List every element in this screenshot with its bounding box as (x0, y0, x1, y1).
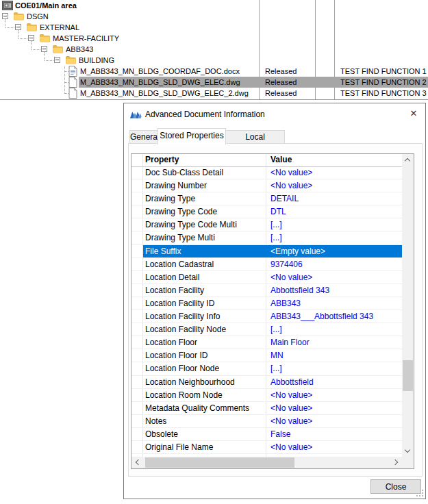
property-name: File Suffix (145, 245, 181, 257)
folder-icon (53, 45, 63, 53)
document-status: Released (265, 77, 297, 88)
property-value: [...] (270, 362, 282, 375)
property-row[interactable]: Original File Name <No value> (131, 441, 402, 454)
document-row[interactable]: M_ABB343_MN_BLDG_SLD_DWG_ELEC_2.dwg Rele… (0, 88, 428, 99)
vertical-scrollbar[interactable] (402, 154, 414, 457)
collapse-expander-icon[interactable] (2, 13, 8, 19)
stored-properties-panel: Property Value Doc Sub-Class Detail <No … (128, 143, 423, 477)
tree-row-folder[interactable]: DSGN (0, 11, 428, 22)
document-name: M_ABB343_MN_BLDG_SLD_DWG_ELEC_2.dwg (80, 88, 249, 99)
property-value: Main Floor (270, 336, 310, 349)
property-name: Location Floor ID (145, 349, 207, 362)
property-row[interactable]: Metadata Quality Comments <No value> (131, 402, 402, 415)
property-row[interactable]: Location Floor ID MN (131, 349, 402, 362)
close-button[interactable]: Close (370, 479, 421, 494)
property-row[interactable]: Location Room Node <No value> (131, 389, 402, 402)
property-row[interactable]: Notes <No value> (131, 415, 402, 428)
vault-icon (2, 1, 13, 10)
scrollbar-corner (402, 457, 414, 468)
collapse-expander-icon[interactable] (54, 57, 60, 63)
tree-folder-label: EXTERNAL (40, 22, 79, 33)
document-name: M_ABB343_MN_BLDG_SLD_DWG_ELEC.dwg (80, 77, 240, 88)
property-row[interactable]: Location Facility Abbottsfield 343 (131, 284, 402, 297)
property-value: <No value> (270, 389, 312, 401)
chevron-down-icon (405, 447, 410, 453)
property-row[interactable]: Drawing Number <No value> (131, 179, 402, 192)
property-name: Drawing Type Multi (145, 231, 215, 244)
scroll-down-button[interactable] (402, 445, 414, 457)
property-row[interactable]: Location Neighbourhood Abbottsfield (131, 376, 402, 389)
scroll-up-button[interactable] (402, 154, 414, 166)
column-header-property[interactable]: Property (145, 154, 179, 166)
property-row[interactable]: Location Detail <No value> (131, 271, 402, 284)
property-row[interactable]: File Suffix <Empty value> (131, 245, 402, 258)
grid-header: Property Value (131, 154, 402, 167)
tab-general[interactable]: General (129, 130, 158, 144)
folder-icon (40, 34, 50, 42)
tree-folder-label: MASTER-FACILITY (53, 33, 119, 44)
vertical-scrollbar-thumb[interactable] (403, 360, 413, 391)
chevron-right-icon (392, 459, 398, 465)
property-row[interactable]: Location Cadastral 9374406 (131, 258, 402, 271)
property-name: Drawing Type Code (145, 205, 217, 218)
tree-row-folder[interactable]: MASTER-FACILITY (0, 33, 428, 44)
property-row[interactable]: Location Facility ID ABB343 (131, 297, 402, 310)
column-header-value[interactable]: Value (270, 154, 292, 166)
horizontal-scrollbar[interactable] (131, 457, 402, 468)
close-icon[interactable]: ✕ (402, 103, 425, 124)
property-value: [...] (270, 218, 282, 231)
tab-local-workspace[interactable]: Local Workspace (225, 130, 285, 144)
collapse-expander-icon[interactable] (28, 35, 34, 41)
property-row[interactable]: Obsolete False (131, 428, 402, 441)
property-name: Notes (145, 415, 166, 427)
document-status: Released (265, 66, 297, 77)
property-name: Original File Name (145, 441, 213, 453)
scroll-right-button[interactable] (390, 457, 402, 468)
property-row[interactable]: Drawing Type Multi [...] (131, 231, 402, 244)
property-value: DTL (270, 205, 286, 218)
tree-folder-label: BUILDING (79, 55, 114, 66)
property-row[interactable]: Drawing Type DETAIL (131, 192, 402, 205)
tree-row-folder[interactable]: EXTERNAL (0, 22, 428, 33)
property-name: Location Facility (145, 284, 204, 297)
property-name: Location Facility Info (145, 310, 220, 323)
property-value: [...] (270, 323, 282, 336)
horizontal-scrollbar-thumb[interactable] (145, 457, 294, 468)
document-find-label: TEST FIND FUNCTION 2 (340, 77, 427, 88)
property-name: Drawing Number (145, 179, 207, 192)
document-find-label: TEST FIND FUNCTION 1 (340, 66, 427, 77)
scroll-left-button[interactable] (131, 457, 143, 468)
dwg-document-icon (68, 88, 77, 99)
property-value: <No value> (270, 402, 312, 414)
dwg-document-icon (68, 77, 77, 88)
property-row[interactable]: Doc Sub-Class Detail <No value> (131, 166, 402, 179)
word-document-icon (68, 66, 77, 77)
property-row[interactable]: Drawing Type Code Multi [...] (131, 218, 402, 231)
tab-stored-properties[interactable]: Stored Properties (158, 128, 226, 144)
property-name: Doc Sub-Class Detail (145, 166, 223, 179)
property-name: Location Facility Node (145, 323, 226, 336)
property-row[interactable]: Location Floor Main Floor (131, 336, 402, 349)
dialog-titlebar[interactable]: Advanced Document Information ✕ (124, 103, 425, 127)
property-value: 9374406 (270, 258, 303, 270)
property-row[interactable]: Drawing Type Code DTL (131, 205, 402, 218)
document-status: Released (265, 88, 297, 99)
resize-grip[interactable] (416, 490, 423, 496)
property-row[interactable]: Location Floor Node [...] (131, 362, 402, 375)
document-row-selected[interactable]: M_ABB343_MN_BLDG_SLD_DWG_ELEC.dwg Releas… (0, 77, 428, 88)
property-value: Abbottsfield (270, 376, 314, 388)
tree-folder-label: ABB343 (66, 44, 93, 55)
property-value: ABB343___Abbottsfield 343 (270, 310, 373, 323)
tree-row-root[interactable]: COE01/Main area (0, 0, 428, 11)
tree-row-folder[interactable]: BUILDING (0, 55, 428, 66)
folder-icon (66, 55, 76, 64)
collapse-expander-icon[interactable] (41, 46, 47, 52)
property-value: Abbottsfield 343 (270, 284, 329, 297)
document-tree-panel: COE01/Main area DSGN EXTERNAL (0, 0, 428, 100)
document-row[interactable]: M_ABB343_MN_BLDG_COORDAF_DOC.docx Releas… (0, 66, 428, 77)
collapse-expander-icon[interactable] (15, 24, 21, 30)
property-name: Drawing Type Code Multi (145, 218, 237, 231)
property-row[interactable]: Location Facility Node [...] (131, 323, 402, 336)
tree-row-folder[interactable]: ABB343 (0, 44, 428, 55)
property-row[interactable]: Location Facility Info ABB343___Abbottsf… (131, 310, 402, 323)
